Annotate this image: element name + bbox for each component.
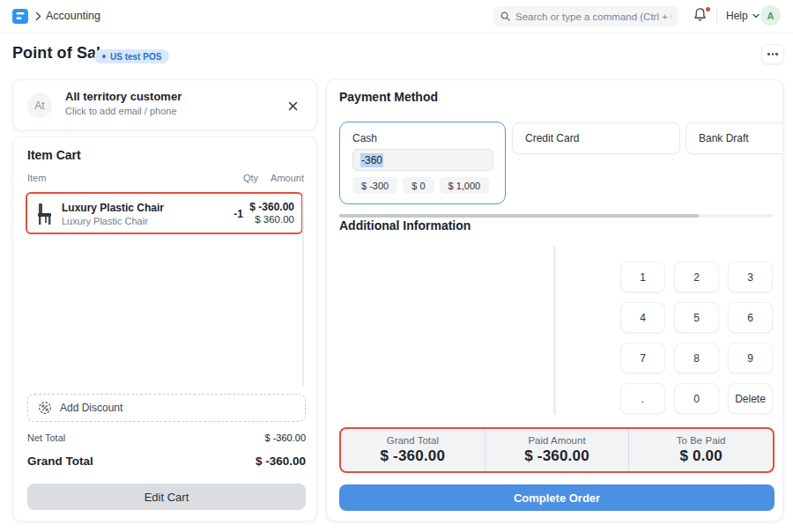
methods-scrollbar-thumb[interactable] <box>339 214 699 218</box>
close-icon <box>288 101 298 111</box>
cart-scrollbar[interactable] <box>302 192 304 386</box>
complete-order-button[interactable]: Complete Order <box>339 484 774 511</box>
erpnext-logo-icon[interactable] <box>12 9 28 24</box>
shortcut-amount-button[interactable]: $ 1,000 <box>440 177 490 194</box>
totals-grand-total-label: Grand Total <box>387 435 439 446</box>
search-input[interactable] <box>515 11 671 22</box>
page-menu-button[interactable] <box>761 44 784 64</box>
add-discount-button[interactable]: Add Discount <box>27 394 306 422</box>
notification-dot <box>706 7 710 11</box>
numpad-key-3[interactable]: 3 <box>728 262 773 292</box>
customer-initials: At <box>34 100 44 112</box>
numpad-key-6[interactable]: 6 <box>728 302 773 333</box>
navbar: Accounting Help A <box>0 0 793 33</box>
methods-scrollbar-track <box>339 214 774 218</box>
payment-panel: Payment Method Cash -360 $ -300 $ 0 $ 1,… <box>326 79 783 521</box>
numpad-key-1[interactable]: 1 <box>620 262 665 292</box>
breadcrumb[interactable]: Accounting <box>46 10 100 22</box>
discount-icon <box>38 401 52 415</box>
ellipsis-icon <box>767 53 770 55</box>
totals-grand-total-value: $ -360.00 <box>381 447 446 465</box>
totals-paid-amount-value: $ -360.00 <box>524 447 589 465</box>
numpad-key-decimal[interactable]: . <box>620 383 665 414</box>
search-bar[interactable] <box>493 6 678 26</box>
net-total-label: Net Total <box>27 432 65 443</box>
user-avatar[interactable]: A <box>760 5 781 26</box>
numpad-key-2[interactable]: 2 <box>674 262 719 292</box>
add-discount-label: Add Discount <box>60 402 122 414</box>
cart-column-headers: Item Qty Amount <box>27 173 304 183</box>
shortcut-amount-button[interactable]: $ -300 <box>352 177 397 194</box>
payment-methods: Cash -360 $ -300 $ 0 $ 1,000 Credit Card… <box>339 122 783 205</box>
pos-app: Accounting Help A Point of Sale US test … <box>0 0 793 532</box>
avatar-initial: A <box>767 11 774 21</box>
credit-card-label: Credit Card <box>525 132 579 144</box>
numpad-key-8[interactable]: 8 <box>674 343 719 373</box>
cash-shortcuts: $ -300 $ 0 $ 1,000 <box>352 177 489 194</box>
item-cart-panel: Item Cart Item Qty Amount Luxury Plastic… <box>12 137 317 521</box>
cash-label: Cash <box>352 132 377 144</box>
customer-avatar: At <box>27 93 52 118</box>
totals-paid-amount: Paid Amount $ -360.00 <box>485 429 629 471</box>
numpad-key-9[interactable]: 9 <box>728 343 773 373</box>
cash-amount-value: -360 <box>360 153 383 167</box>
fields-scrollbar <box>553 246 556 415</box>
payment-heading: Payment Method <box>339 90 438 104</box>
totals-to-be-paid-value: $ 0.00 <box>679 447 722 465</box>
payment-method-bank-draft[interactable]: Bank Draft <box>686 122 783 154</box>
search-icon <box>500 11 510 21</box>
net-total-value: $ -360.00 <box>265 432 306 443</box>
numpad-key-7[interactable]: 7 <box>620 343 665 373</box>
payment-method-credit-card[interactable]: Credit Card <box>512 122 680 154</box>
grand-total-value: $ -360.00 <box>256 454 306 468</box>
grand-total-row: Grand Total $ -360.00 <box>27 454 306 468</box>
cart-heading: Item Cart <box>27 148 81 162</box>
numpad: 1 2 3 4 5 6 7 8 9 . 0 Delete <box>620 262 773 455</box>
chevron-down-icon <box>752 13 760 18</box>
numpad-key-4[interactable]: 4 <box>620 302 665 333</box>
totals-grand-total: Grand Total $ -360.00 <box>341 429 485 471</box>
item-amount: $ -360.00 <box>249 201 294 213</box>
chair-item-image <box>36 203 54 225</box>
customer-name: All territory customer <box>65 90 182 103</box>
column-amount: Amount <box>271 173 304 183</box>
bell-icon <box>693 7 707 22</box>
customer-contact-hint[interactable]: Click to add email / phone <box>65 106 177 116</box>
numpad-key-0[interactable]: 0 <box>674 383 719 414</box>
totals-paid-amount-label: Paid Amount <box>528 435 585 446</box>
notifications-button[interactable] <box>693 7 709 25</box>
customer-card[interactable]: At All territory customer Click to add e… <box>12 79 317 130</box>
item-name: Luxury Plastic Chair <box>62 202 164 214</box>
net-total-row: Net Total $ -360.00 <box>27 432 306 443</box>
badge-dot-icon <box>102 55 106 58</box>
bank-draft-label: Bank Draft <box>699 132 749 144</box>
item-rate: $ 360.00 <box>255 214 294 225</box>
shortcut-amount-button[interactable]: $ 0 <box>403 177 434 194</box>
numpad-key-5[interactable]: 5 <box>674 302 719 333</box>
payment-totals-bar: Grand Total $ -360.00 Paid Amount $ -360… <box>339 427 774 473</box>
cart-item-row-selected[interactable]: Luxury Plastic Chair Luxury Plastic Chai… <box>26 192 303 234</box>
totals-to-be-paid: To Be Paid $ 0.00 <box>628 429 773 471</box>
column-qty: Qty <box>243 173 258 183</box>
payment-method-cash[interactable]: Cash -360 $ -300 $ 0 $ 1,000 <box>339 122 506 204</box>
help-label: Help <box>726 10 748 22</box>
pos-profile-badge: US test POS <box>94 49 169 63</box>
column-item: Item <box>27 173 46 183</box>
numpad-key-delete[interactable]: Delete <box>728 383 773 414</box>
navbar-divider <box>716 8 717 24</box>
additional-info-heading: Additional Information <box>339 218 471 233</box>
item-qty: -1 <box>233 208 243 220</box>
totals-to-be-paid-label: To Be Paid <box>677 435 726 446</box>
cash-amount-input[interactable]: -360 <box>352 149 493 171</box>
chevron-right-icon <box>34 11 42 21</box>
grand-total-label: Grand Total <box>27 454 93 468</box>
edit-cart-button[interactable]: Edit Cart <box>27 484 306 510</box>
item-description: Luxury Plastic Chair <box>62 216 148 226</box>
pos-profile-name: US test POS <box>110 52 161 62</box>
remove-customer-button[interactable] <box>285 98 300 114</box>
help-menu[interactable]: Help <box>726 10 760 22</box>
